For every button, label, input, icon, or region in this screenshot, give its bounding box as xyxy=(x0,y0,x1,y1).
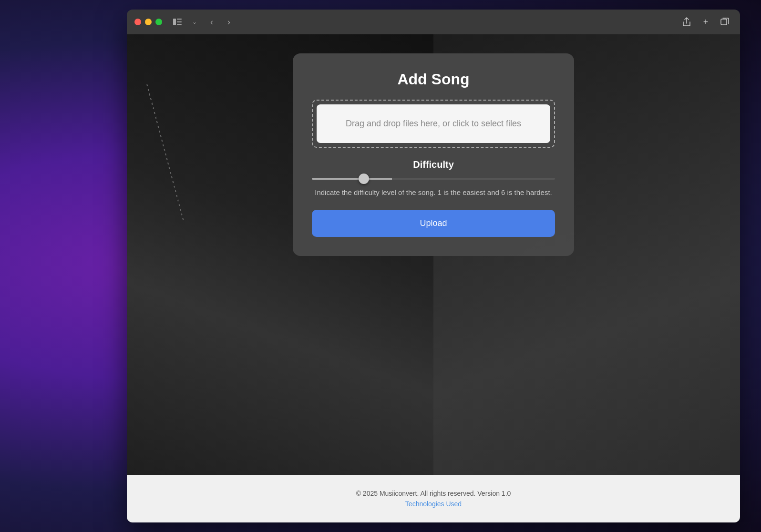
titlebar-controls: ⌄ ‹ › xyxy=(170,14,237,30)
add-song-modal: Add Song Drag and drop files here, or cl… xyxy=(293,53,574,256)
svg-rect-0 xyxy=(173,19,176,25)
add-tab-button[interactable]: + xyxy=(698,14,713,30)
chevron-down-icon[interactable]: ⌄ xyxy=(187,14,202,30)
footer: © 2025 Musiiconvert. All rights reserved… xyxy=(127,475,740,522)
back-button[interactable]: ‹ xyxy=(204,14,219,30)
traffic-lights xyxy=(134,19,162,25)
difficulty-section: Difficulty Indicate the difficulty level… xyxy=(312,159,555,198)
sidebar-toggle-button[interactable] xyxy=(170,14,185,30)
footer-copyright: © 2025 Musiiconvert. All rights reserved… xyxy=(356,490,511,497)
titlebar: ⌄ ‹ › + xyxy=(127,10,740,34)
maximize-button[interactable] xyxy=(155,19,162,25)
file-dropzone[interactable]: Drag and drop files here, or click to se… xyxy=(317,104,550,143)
svg-rect-3 xyxy=(177,24,182,25)
svg-rect-4 xyxy=(721,19,727,25)
dropzone-wrapper: Drag and drop files here, or click to se… xyxy=(312,100,555,148)
technologies-used-link[interactable]: Technologies Used xyxy=(405,500,462,508)
minimize-button[interactable] xyxy=(145,19,152,25)
upload-button[interactable]: Upload xyxy=(312,210,555,237)
browser-content: Add Song Drag and drop files here, or cl… xyxy=(127,34,740,522)
difficulty-description: Indicate the difficulty level of the son… xyxy=(315,187,552,198)
difficulty-slider[interactable] xyxy=(312,178,555,180)
close-button[interactable] xyxy=(134,19,141,25)
share-button[interactable] xyxy=(679,14,694,30)
svg-rect-1 xyxy=(177,19,182,20)
svg-rect-2 xyxy=(177,21,182,22)
difficulty-label: Difficulty xyxy=(413,159,454,170)
forward-button[interactable]: › xyxy=(221,14,237,30)
browser-window: ⌄ ‹ › + Add xyxy=(127,10,740,522)
dropzone-label: Drag and drop files here, or click to se… xyxy=(346,119,521,129)
tabs-button[interactable] xyxy=(717,14,732,30)
modal-title: Add Song xyxy=(397,71,469,88)
titlebar-right-controls: + xyxy=(679,14,732,30)
